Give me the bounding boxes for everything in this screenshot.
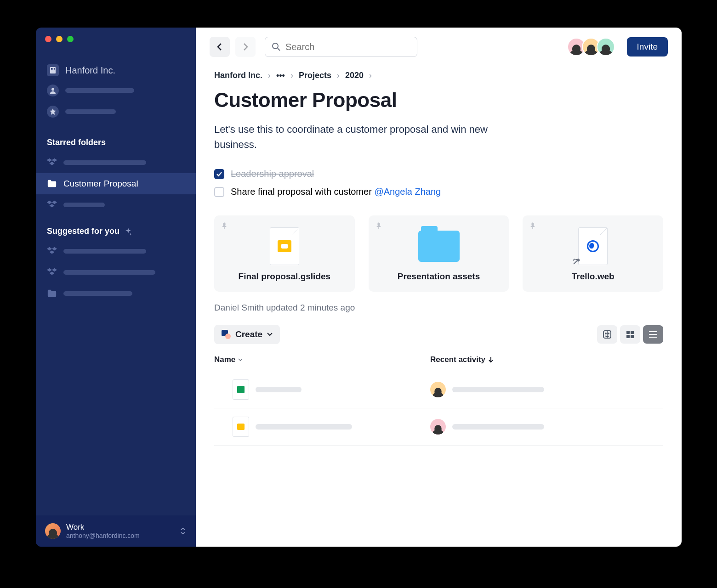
svg-rect-5 bbox=[52, 69, 53, 70]
placeholder bbox=[452, 424, 544, 430]
card-weblink[interactable]: Trello.web bbox=[523, 215, 663, 292]
main-area: Invite Hanford Inc. › ••• › Projects › 2… bbox=[196, 28, 682, 547]
svg-marker-10 bbox=[50, 162, 55, 165]
collaborator-avatars[interactable] bbox=[567, 38, 615, 56]
window-minimize-dot[interactable] bbox=[56, 36, 63, 42]
pin-icon bbox=[529, 222, 536, 229]
column-activity[interactable]: Recent activity bbox=[430, 355, 494, 364]
column-name[interactable]: Name bbox=[214, 355, 430, 364]
task-list: Leadership approval Share final proposal… bbox=[214, 165, 663, 201]
task-item[interactable]: Leadership approval bbox=[214, 165, 663, 183]
breadcrumb: Hanford Inc. › ••• › Projects › 2020 › bbox=[214, 71, 663, 80]
sidebar-item-starred[interactable] bbox=[44, 101, 188, 122]
dropbox-folder-icon bbox=[47, 267, 57, 277]
svg-rect-28 bbox=[631, 331, 634, 334]
chevron-right-icon: › bbox=[337, 71, 340, 80]
search-icon bbox=[272, 42, 281, 51]
create-button[interactable]: Create bbox=[214, 325, 280, 344]
gslides-file-icon bbox=[233, 417, 249, 437]
suggested-item-2[interactable] bbox=[36, 262, 196, 283]
placeholder bbox=[256, 387, 302, 392]
svg-rect-30 bbox=[631, 335, 634, 338]
starred-folder-3[interactable] bbox=[36, 194, 196, 215]
table-row[interactable] bbox=[214, 371, 663, 408]
create-label: Create bbox=[235, 329, 262, 339]
grid-icon bbox=[626, 330, 634, 339]
search-input[interactable] bbox=[285, 42, 410, 52]
starred-folder-customer-proposal[interactable]: Customer Proposal bbox=[36, 173, 196, 194]
forward-button[interactable] bbox=[235, 37, 256, 57]
workspace-switcher[interactable]: Work anthony@hanfordinc.com bbox=[36, 515, 196, 547]
window-close-dot[interactable] bbox=[45, 36, 51, 42]
checkbox-checked-icon[interactable] bbox=[214, 169, 224, 179]
chevron-right-icon: › bbox=[290, 71, 293, 80]
invite-button[interactable]: Invite bbox=[627, 37, 668, 57]
star-icon bbox=[47, 106, 59, 118]
view-grid-button[interactable] bbox=[620, 325, 640, 344]
svg-marker-12 bbox=[52, 201, 57, 204]
create-logo-icon bbox=[222, 330, 231, 339]
search-box[interactable] bbox=[265, 37, 417, 57]
svg-point-7 bbox=[51, 88, 54, 91]
chevron-right-icon: › bbox=[268, 71, 271, 80]
suggested-heading: Suggested for you bbox=[36, 215, 196, 241]
starred-heading: Starred folders bbox=[36, 127, 196, 152]
breadcrumb-year[interactable]: 2020 bbox=[345, 71, 364, 80]
svg-marker-8 bbox=[47, 158, 52, 162]
expand-icon bbox=[179, 527, 187, 535]
chevron-right-icon: › bbox=[369, 71, 372, 80]
card-file-gslides[interactable]: Final proposal.gslides bbox=[214, 215, 355, 292]
back-button[interactable] bbox=[210, 37, 230, 57]
breadcrumb-projects[interactable]: Projects bbox=[299, 71, 331, 80]
svg-point-20 bbox=[273, 43, 278, 49]
view-list-button[interactable] bbox=[643, 325, 663, 344]
svg-rect-4 bbox=[51, 69, 52, 70]
column-activity-label: Recent activity bbox=[430, 355, 485, 364]
task-text-content: Share final proposal with customer bbox=[231, 187, 374, 197]
view-finder-button[interactable] bbox=[597, 325, 617, 344]
svg-rect-21 bbox=[224, 227, 225, 229]
avatar bbox=[597, 38, 615, 56]
svg-rect-3 bbox=[54, 68, 55, 69]
window-maximize-dot[interactable] bbox=[67, 36, 74, 42]
avatar bbox=[430, 382, 446, 397]
svg-marker-9 bbox=[52, 158, 57, 162]
starred-folder-1[interactable] bbox=[36, 152, 196, 173]
svg-marker-16 bbox=[50, 250, 55, 254]
building-icon bbox=[47, 64, 59, 76]
company-name: Hanford Inc. bbox=[65, 65, 115, 76]
suggested-item-3[interactable] bbox=[36, 283, 196, 304]
breadcrumb-ellipsis[interactable]: ••• bbox=[276, 71, 285, 80]
task-text: Leadership approval bbox=[231, 169, 314, 179]
suggested-heading-text: Suggested for you bbox=[47, 226, 120, 236]
page-title: Customer Proposal bbox=[214, 89, 663, 112]
task-text: Share final proposal with customer @Ange… bbox=[231, 187, 441, 197]
suggested-item-1[interactable] bbox=[36, 241, 196, 262]
folder-icon bbox=[47, 288, 57, 299]
breadcrumb-root[interactable]: Hanford Inc. bbox=[214, 71, 262, 80]
dropbox-folder-icon bbox=[47, 158, 57, 168]
placeholder bbox=[63, 249, 146, 254]
svg-marker-15 bbox=[52, 247, 57, 250]
placeholder bbox=[65, 109, 116, 114]
mention[interactable]: @Angela Zhang bbox=[374, 187, 441, 197]
sidebar-item-user[interactable] bbox=[44, 80, 188, 101]
table-row[interactable] bbox=[214, 408, 663, 446]
sparkle-icon bbox=[124, 227, 132, 236]
table-header: Name Recent activity bbox=[214, 355, 663, 371]
app-window: Hanford Inc. Starred folders Cust bbox=[36, 28, 682, 547]
checkbox-unchecked-icon[interactable] bbox=[214, 187, 224, 197]
chevron-down-icon bbox=[267, 333, 273, 336]
pin-icon bbox=[375, 222, 382, 229]
company-selector[interactable]: Hanford Inc. bbox=[44, 61, 188, 80]
card-folder[interactable]: Presentation assets bbox=[369, 215, 509, 292]
svg-marker-11 bbox=[47, 201, 52, 204]
pin-icon bbox=[221, 222, 228, 229]
page-description: Let's use this to coordinate a customer … bbox=[214, 122, 527, 152]
window-controls bbox=[36, 28, 196, 47]
task-item[interactable]: Share final proposal with customer @Ange… bbox=[214, 183, 663, 201]
folder-icon bbox=[47, 179, 57, 189]
dropbox-folder-icon bbox=[47, 200, 57, 210]
web-file-icon bbox=[578, 227, 608, 265]
svg-rect-1 bbox=[51, 68, 52, 69]
